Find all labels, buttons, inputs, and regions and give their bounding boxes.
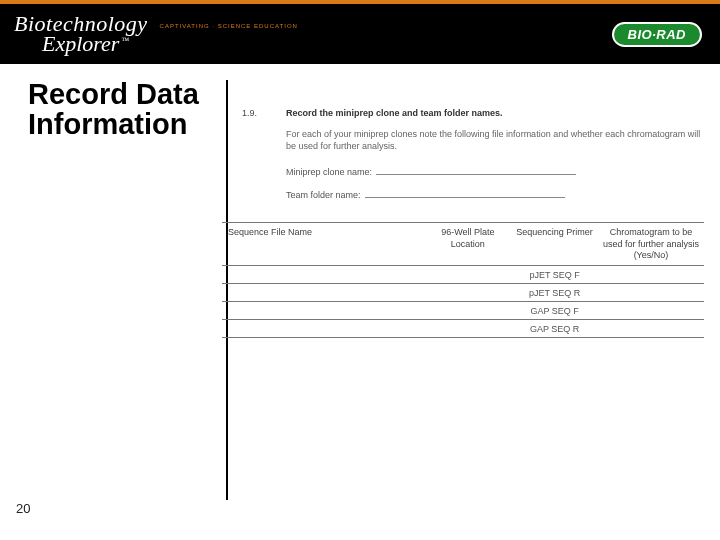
cell-file — [222, 302, 424, 320]
table-row: GAP SEQ F — [222, 302, 704, 320]
cell-file — [222, 284, 424, 302]
cell-file — [222, 320, 424, 338]
right-column: 1.9. Record the miniprep clone and team … — [228, 80, 710, 500]
cell-plate — [424, 320, 511, 338]
brand-sub: Explorer — [42, 31, 119, 56]
header-bar: Biotechnology CAPTIVATING · SCIENCE EDUC… — [0, 4, 720, 64]
cell-chrom — [598, 302, 704, 320]
table-row: pJET SEQ R — [222, 284, 704, 302]
instruction-heading: Record the miniprep clone and team folde… — [286, 108, 704, 118]
folder-name-field: Team folder name: — [286, 189, 704, 200]
cell-primer: pJET SEQ F — [511, 266, 598, 284]
cell-file — [222, 266, 424, 284]
col-primer-header: Sequencing Primer — [511, 223, 598, 266]
trademark: ™ — [121, 36, 129, 45]
instruction-number: 1.9. — [242, 108, 286, 212]
clone-name-field: Miniprep clone name: — [286, 166, 704, 177]
folder-name-label: Team folder name: — [286, 190, 361, 200]
cell-chrom — [598, 266, 704, 284]
cell-chrom — [598, 284, 704, 302]
brand-line2: Explorer™ — [42, 33, 298, 55]
content-area: Record Data Information 1.9. Record the … — [0, 64, 720, 500]
page-title: Record Data Information — [28, 80, 210, 139]
left-column: Record Data Information — [28, 80, 228, 500]
cell-chrom — [598, 320, 704, 338]
cell-primer: GAP SEQ R — [511, 320, 598, 338]
clone-name-label: Miniprep clone name: — [286, 167, 372, 177]
col-plate-header: 96-Well Plate Location — [424, 223, 511, 266]
brand-tagline: CAPTIVATING · SCIENCE EDUCATION — [160, 23, 298, 29]
cell-primer: GAP SEQ F — [511, 302, 598, 320]
col-chrom-header: Chromatogram to be used for further anal… — [598, 223, 704, 266]
table-row: pJET SEQ F — [222, 266, 704, 284]
page-number: 20 — [16, 501, 30, 516]
data-table-wrap: Sequence File Name 96-Well Plate Locatio… — [222, 222, 704, 338]
table-row: GAP SEQ R — [222, 320, 704, 338]
folder-name-blank — [365, 189, 565, 198]
cell-plate — [424, 266, 511, 284]
instruction-body: For each of your miniprep clones note th… — [286, 128, 704, 152]
brand-block: Biotechnology CAPTIVATING · SCIENCE EDUC… — [14, 13, 298, 55]
col-file-header: Sequence File Name — [222, 223, 424, 266]
clone-name-blank — [376, 166, 576, 175]
biorad-logo: BIO·RAD — [612, 22, 702, 47]
data-table: Sequence File Name 96-Well Plate Locatio… — [222, 222, 704, 338]
cell-primer: pJET SEQ R — [511, 284, 598, 302]
table-header-row: Sequence File Name 96-Well Plate Locatio… — [222, 223, 704, 266]
cell-plate — [424, 284, 511, 302]
instruction-text: Record the miniprep clone and team folde… — [286, 108, 704, 212]
cell-plate — [424, 302, 511, 320]
instruction-block: 1.9. Record the miniprep clone and team … — [242, 108, 704, 212]
